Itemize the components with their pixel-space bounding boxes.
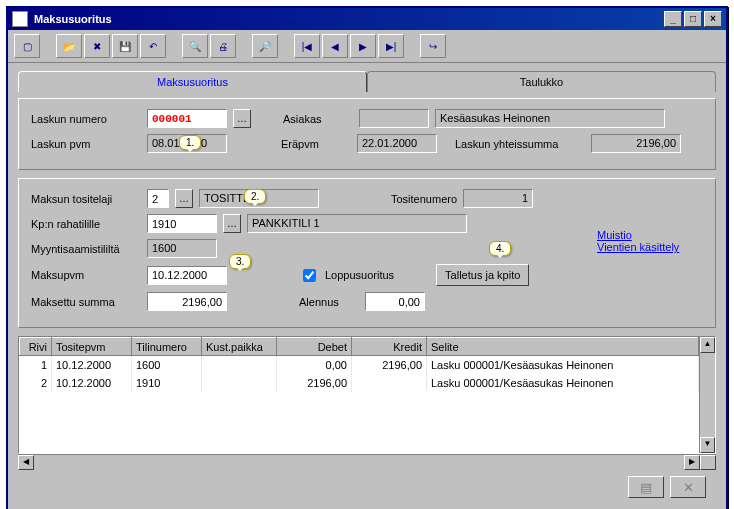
erapvm: 22.01.2000 xyxy=(357,134,437,153)
rahatilille-input[interactable] xyxy=(147,214,217,233)
print-icon[interactable]: 🖨 xyxy=(210,34,236,58)
new-icon[interactable]: ▢ xyxy=(14,34,40,58)
col-tositepvm[interactable]: Tositepvm xyxy=(52,338,132,356)
lbl-asiakas: Asiakas xyxy=(283,113,353,125)
next-icon[interactable]: ▶ xyxy=(350,34,376,58)
close-button[interactable]: × xyxy=(704,11,722,27)
table-row[interactable]: 1 10.12.2000 1600 0,00 2196,00 Lasku 000… xyxy=(20,356,699,374)
scroll-up-icon[interactable]: ▲ xyxy=(700,337,715,353)
delete-icon[interactable]: ✖ xyxy=(84,34,110,58)
horizontal-scrollbar[interactable]: ◀ ▶ xyxy=(18,454,716,470)
tositelaji-lookup[interactable]: … xyxy=(175,189,193,208)
lbl-loppusuoritus: Loppusuoritus xyxy=(325,269,394,281)
invoice-panel: Laskun numero … Asiakas Kesäasukas Heino… xyxy=(18,98,716,170)
maksettu-input[interactable] xyxy=(147,292,227,311)
first-icon[interactable]: |◀ xyxy=(294,34,320,58)
tab-taulukko[interactable]: Taulukko xyxy=(367,71,716,92)
entries-grid: Rivi Tositepvm Tilinumero Kust.paikka De… xyxy=(18,336,716,454)
yhteissumma: 2196,00 xyxy=(591,134,681,153)
tositelaji-input[interactable] xyxy=(147,189,169,208)
maksupvm-input[interactable] xyxy=(147,266,227,285)
rahatilille-name: PANKKITILI 1 xyxy=(247,214,467,233)
scroll-right-icon[interactable]: ▶ xyxy=(684,455,700,470)
col-kredit[interactable]: Kredit xyxy=(352,338,427,356)
maximize-button[interactable]: □ xyxy=(684,11,702,27)
myyntisaamis: 1600 xyxy=(147,239,217,258)
alennus-input[interactable] xyxy=(365,292,425,311)
lbl-tositelaji: Maksun tositelaji xyxy=(31,193,141,205)
toolbar: ▢ 📂 ✖ 💾 ↶ 🔍 🖨 🔎 |◀ ◀ ▶ ▶| ↪ xyxy=(8,30,726,63)
save-icon[interactable]: 💾 xyxy=(112,34,138,58)
scroll-down-icon[interactable]: ▼ xyxy=(700,437,715,453)
vertical-scrollbar[interactable]: ▲ ▼ xyxy=(699,337,715,453)
lbl-erapvm: Eräpvm xyxy=(281,138,351,150)
tositenumero: 1 xyxy=(463,189,533,208)
callout-4: 4. xyxy=(489,241,511,256)
lbl-alennus: Alennus xyxy=(299,296,359,308)
last-icon[interactable]: ▶| xyxy=(378,34,404,58)
callout-3: 3. xyxy=(229,254,251,269)
footer-cancel-button[interactable]: ✕ xyxy=(670,476,706,498)
lbl-laskun-numero: Laskun numero xyxy=(31,113,141,125)
col-kust[interactable]: Kust.paikka xyxy=(202,338,277,356)
rahatilille-lookup[interactable]: … xyxy=(223,214,241,233)
exit-icon[interactable]: ↪ xyxy=(420,34,446,58)
asiakas-code xyxy=(359,109,429,128)
lbl-laskun-pvm: Laskun pvm xyxy=(31,138,141,150)
scroll-left-icon[interactable]: ◀ xyxy=(18,455,34,470)
undo-icon[interactable]: ↶ xyxy=(140,34,166,58)
col-debet[interactable]: Debet xyxy=(277,338,352,356)
loppusuoritus-checkbox[interactable] xyxy=(303,269,316,282)
preview-icon[interactable]: 🔍 xyxy=(182,34,208,58)
find-icon[interactable]: 🔎 xyxy=(252,34,278,58)
window-title: Maksusuoritus xyxy=(32,13,664,25)
callout-2: 2. xyxy=(244,189,266,204)
title-bar: ❖ Maksusuoritus _ □ × xyxy=(8,8,726,30)
col-selite[interactable]: Selite xyxy=(427,338,699,356)
footer-ok-button[interactable]: ▤ xyxy=(628,476,664,498)
link-vientien[interactable]: Vientien käsittely xyxy=(597,241,679,253)
col-rivi[interactable]: Rivi xyxy=(20,338,52,356)
app-window: ❖ Maksusuoritus _ □ × ▢ 📂 ✖ 💾 ↶ 🔍 🖨 🔎 |◀… xyxy=(6,6,728,509)
table-row[interactable]: 2 10.12.2000 1910 2196,00 Lasku 000001/K… xyxy=(20,374,699,392)
open-icon[interactable]: 📂 xyxy=(56,34,82,58)
lbl-yhteissumma: Laskun yhteissumma xyxy=(455,138,585,150)
laskun-numero-input[interactable] xyxy=(147,109,227,128)
col-tili[interactable]: Tilinumero xyxy=(132,338,202,356)
lbl-rahatilille: Kp:n rahatilille xyxy=(31,218,141,230)
laskun-numero-lookup[interactable]: … xyxy=(233,109,251,128)
lbl-maksupvm: Maksupvm xyxy=(31,269,141,281)
prev-icon[interactable]: ◀ xyxy=(322,34,348,58)
callout-1: 1. xyxy=(179,135,201,150)
talletus-button[interactable]: Talletus ja kpito xyxy=(436,264,529,286)
tab-maksusuoritus[interactable]: Maksusuoritus xyxy=(18,71,367,92)
minimize-button[interactable]: _ xyxy=(664,11,682,27)
lbl-maksettu: Maksettu summa xyxy=(31,296,141,308)
app-icon: ❖ xyxy=(12,11,28,27)
asiakas-name: Kesäasukas Heinonen xyxy=(435,109,665,128)
link-muistio[interactable]: Muistio xyxy=(597,229,632,241)
payment-panel: Maksun tositelaji … TOSITTEET Tositenume… xyxy=(18,178,716,328)
lbl-myyntisaamis: Myyntisaamistililtä xyxy=(31,243,141,255)
lbl-tositenumero: Tositenumero xyxy=(391,193,457,205)
